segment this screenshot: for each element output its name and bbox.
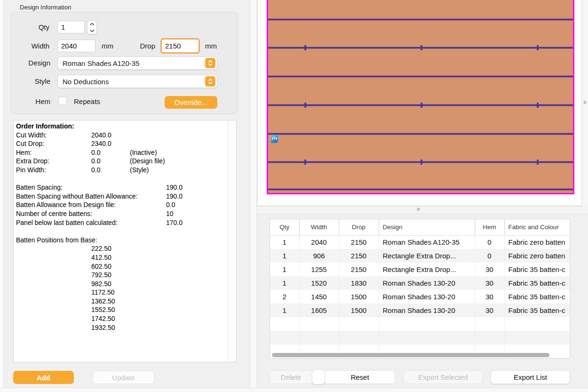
table-cell[interactable]: 1 xyxy=(270,249,299,263)
override-button[interactable]: Override... xyxy=(165,96,217,109)
table-cell[interactable]: 0 xyxy=(475,249,504,263)
table-row[interactable]: 120402150Roman Shades A120-350Fabric zer… xyxy=(270,235,570,249)
table-cell[interactable]: 1 xyxy=(270,304,299,317)
column-header[interactable]: Fabric and Colour xyxy=(504,219,570,235)
table-cell[interactable] xyxy=(299,317,339,331)
table-cell[interactable] xyxy=(379,331,475,344)
table-cell[interactable]: 2150 xyxy=(339,235,379,249)
table-cell[interactable]: 2150 xyxy=(339,249,379,263)
table-cell[interactable]: 2150 xyxy=(339,263,379,276)
table-cell[interactable]: 1450 xyxy=(299,290,339,304)
table-row[interactable]: 112552150Rectangle Extra Drop...30Fabric… xyxy=(270,263,570,276)
table-cell[interactable] xyxy=(299,331,339,344)
table-cell[interactable]: Fabric zero batten xyxy=(504,249,570,263)
width-input[interactable] xyxy=(57,40,95,52)
table-row[interactable]: 19062150Rectangle Extra Drop...0Fabric z… xyxy=(270,249,570,263)
qty-input[interactable] xyxy=(57,21,85,33)
table-cell[interactable]: Fabric zero batten xyxy=(504,235,570,249)
table-cell[interactable] xyxy=(475,331,504,344)
panel-divider[interactable] xyxy=(250,0,257,392)
add-button[interactable]: Add xyxy=(13,371,74,384)
table-cell[interactable]: 2040 xyxy=(299,235,339,249)
design-dropdown[interactable]: Roman Shades A120-35 xyxy=(57,56,217,70)
order-info-line: Batten Positions from Base: xyxy=(14,236,225,245)
table-cell[interactable]: 1520 xyxy=(299,276,339,290)
qty-stepper[interactable] xyxy=(87,20,97,34)
chevron-up-down-icon xyxy=(205,58,215,68)
table-cell[interactable] xyxy=(339,331,379,344)
table-cell[interactable]: 30 xyxy=(475,304,504,317)
horizontal-scrollbar-thumb[interactable] xyxy=(272,353,549,357)
table-cell[interactable]: Roman Shades 130-20 xyxy=(379,276,475,290)
order-info-text: 0.0 xyxy=(166,201,175,208)
splitter-handle-dot[interactable] xyxy=(417,208,420,211)
table-cell[interactable]: Roman Shades 130-20 xyxy=(379,304,475,317)
table-cell[interactable]: 30 xyxy=(475,290,504,304)
table-cell[interactable]: Fabric 35 batten-c xyxy=(504,276,570,290)
column-header[interactable]: Hem xyxy=(475,219,504,235)
table-row[interactable] xyxy=(270,331,570,344)
table-cell[interactable]: 1500 xyxy=(339,304,379,317)
export-selected-button[interactable]: Export Selected xyxy=(404,370,483,384)
column-header[interactable]: Qty xyxy=(270,219,299,235)
batten-line xyxy=(268,76,573,77)
order-info-text: 1362.50 xyxy=(91,297,115,305)
order-info-text: 0.0 xyxy=(91,157,100,165)
table-cell[interactable] xyxy=(475,317,504,331)
order-info-text: 190.0 xyxy=(166,184,183,191)
table-cell[interactable]: Rectangle Extra Drop... xyxy=(379,249,475,263)
annotation-icon[interactable] xyxy=(271,135,278,143)
table-cell[interactable]: 0 xyxy=(475,235,504,249)
table-cell[interactable]: 1255 xyxy=(299,263,339,276)
table-cell[interactable]: 1830 xyxy=(339,276,379,290)
table-cell[interactable]: 1 xyxy=(270,235,299,249)
table-row[interactable] xyxy=(270,317,570,331)
table-cell[interactable] xyxy=(270,317,299,331)
table-cell[interactable]: Fabric 35 batten-c xyxy=(504,263,570,276)
table-cell[interactable]: 1500 xyxy=(339,290,379,304)
reset-button[interactable]: Reset xyxy=(325,370,395,384)
column-header[interactable]: Drop xyxy=(339,219,379,235)
table-cell[interactable]: 30 xyxy=(475,263,504,276)
stepper-up-icon[interactable] xyxy=(87,21,96,27)
batten-tick xyxy=(537,160,539,165)
table-cell[interactable]: 1605 xyxy=(299,304,339,317)
stepper-down-icon[interactable] xyxy=(87,27,96,34)
hem-checkbox[interactable] xyxy=(58,96,67,105)
order-info-text: 2340.0 xyxy=(91,140,111,147)
column-header[interactable]: Design xyxy=(379,219,475,235)
drop-input[interactable] xyxy=(160,38,200,54)
order-info-text: 170.0 xyxy=(166,219,183,226)
table-cell[interactable] xyxy=(504,331,570,344)
splitter-handle-dot[interactable] xyxy=(583,101,587,104)
table-cell[interactable]: Fabric 35 batten-c xyxy=(504,290,570,304)
table-cell[interactable]: 2 xyxy=(270,290,299,304)
table-cell[interactable]: 906 xyxy=(299,249,339,263)
blank-segment-button[interactable] xyxy=(312,369,325,384)
table-cell[interactable]: 30 xyxy=(475,276,504,290)
table-cell[interactable]: Roman Shades A120-35 xyxy=(379,235,475,249)
horizontal-splitter[interactable] xyxy=(257,206,588,214)
delete-button[interactable]: Delete xyxy=(270,370,312,384)
export-list-button[interactable]: Export List xyxy=(491,370,570,384)
table-cell[interactable] xyxy=(339,317,379,331)
scrollbar-track[interactable] xyxy=(227,120,236,362)
table-cell[interactable]: 1 xyxy=(270,276,299,290)
update-button[interactable]: Update xyxy=(93,371,154,384)
table-row[interactable]: 116051500Roman Shades 130-2030Fabric 35 … xyxy=(270,304,570,317)
table-cell[interactable]: Fabric 35 batten-c xyxy=(504,304,570,317)
table-cell[interactable]: Rectangle Extra Drop... xyxy=(379,263,475,276)
order-info-text: Batten Spacing without Batten Allowance: xyxy=(16,192,137,200)
order-info-line: Batten Allowance from Design file:0.0 xyxy=(14,201,225,210)
column-header[interactable]: Width xyxy=(299,219,339,235)
table-cell[interactable]: 1 xyxy=(270,263,299,276)
style-dropdown[interactable]: No Deductions xyxy=(57,75,217,88)
table-cell[interactable] xyxy=(379,317,475,331)
table-cell[interactable] xyxy=(504,317,570,331)
order-info-line: 412.50 xyxy=(14,254,225,263)
table-cell[interactable] xyxy=(270,331,299,344)
table-row[interactable]: 115201830Roman Shades 130-2030Fabric 35 … xyxy=(270,276,570,290)
table-row[interactable]: 214501500Roman Shades 130-2030Fabric 35 … xyxy=(270,290,570,304)
table-cell[interactable]: Roman Shades 130-20 xyxy=(379,290,475,304)
order-info-text: 190.0 xyxy=(166,192,183,200)
